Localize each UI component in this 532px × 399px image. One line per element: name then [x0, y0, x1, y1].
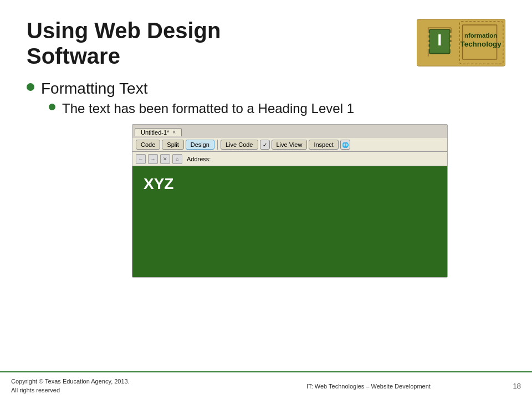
footer-left: Copyright © Texas Education Agency, 2013… [11, 377, 249, 395]
bullet-l2: The text has been formatted to a Heading… [49, 101, 505, 116]
inspect-button[interactable]: Inspect [309, 140, 338, 150]
address-bar: ← → ✕ ⌂ Address: [132, 152, 447, 166]
svg-rect-14 [424, 47, 429, 49]
bullet-text-l1: Formatting Text [41, 80, 147, 98]
code-button[interactable]: Code [136, 140, 160, 150]
address-label: Address: [187, 156, 211, 162]
svg-rect-18 [450, 47, 454, 49]
svg-text:nformation: nformation [464, 32, 497, 39]
svg-rect-17 [450, 42, 454, 44]
tab-close-icon[interactable]: × [172, 129, 176, 135]
it-logo: I nformation Technology [417, 18, 505, 68]
logo-block: I nformation Technology [417, 18, 505, 68]
copyright-line1: Copyright © Texas Education Agency, 2013… [11, 378, 130, 385]
slide-title: Using Web Design Software [27, 18, 417, 69]
tab-label: Untitled-1* [141, 129, 169, 136]
svg-rect-11 [424, 33, 429, 35]
content: Formatting Text The text has been format… [0, 74, 532, 399]
bullet-dot-l2 [49, 104, 55, 110]
svg-rect-12 [424, 38, 429, 40]
slide-container: Using Web Design Software I [0, 0, 532, 399]
globe-icon: 🌐 [340, 140, 350, 150]
footer-copyright: Copyright © Texas Education Agency, 2013… [11, 377, 249, 395]
bullet-dot-l1 [27, 83, 34, 91]
tab-item: Untitled-1* × [135, 128, 182, 136]
editor-content: XYZ [132, 166, 447, 277]
toolbar-icon-1[interactable]: ✓ [260, 140, 270, 150]
bullet-text-l2: The text has been formatted to a Heading… [62, 101, 354, 116]
svg-rect-16 [450, 38, 454, 40]
split-button[interactable]: Split [162, 140, 183, 150]
svg-rect-15 [450, 33, 454, 35]
header: Using Web Design Software I [0, 0, 532, 74]
toolbar-separator-1 [217, 140, 218, 150]
svg-rect-13 [424, 42, 429, 44]
footer-right: 18 [488, 381, 521, 391]
design-button[interactable]: Design [186, 140, 214, 150]
title-block: Using Web Design Software [27, 18, 417, 69]
svg-text:I: I [437, 31, 442, 49]
home-button[interactable]: ⌂ [172, 154, 182, 164]
live-view-button[interactable]: Live View [272, 140, 308, 150]
forward-button[interactable]: → [148, 154, 158, 164]
tab-bar: Untitled-1* × [132, 125, 447, 138]
bullet-l1: Formatting Text [27, 80, 505, 98]
footer-center: IT: Web Technologies – Website Developme… [249, 381, 488, 391]
toolbar: Code Split Design Live Code ✓ Live View … [132, 138, 447, 152]
stop-button[interactable]: ✕ [160, 154, 170, 164]
copyright-line2: All rights reserved [11, 387, 60, 393]
page-number: 18 [513, 382, 521, 390]
footer: Copyright © Texas Education Agency, 2013… [0, 371, 532, 399]
xyz-text: XYZ [144, 175, 173, 193]
svg-text:Technology: Technology [460, 40, 502, 48]
back-button[interactable]: ← [136, 154, 146, 164]
screenshot-wrapper: Untitled-1* × Code Split Design Live Cod… [132, 124, 448, 278]
footer-course-text: IT: Web Technologies – Website Developme… [306, 383, 431, 390]
live-code-button[interactable]: Live Code [221, 140, 258, 150]
